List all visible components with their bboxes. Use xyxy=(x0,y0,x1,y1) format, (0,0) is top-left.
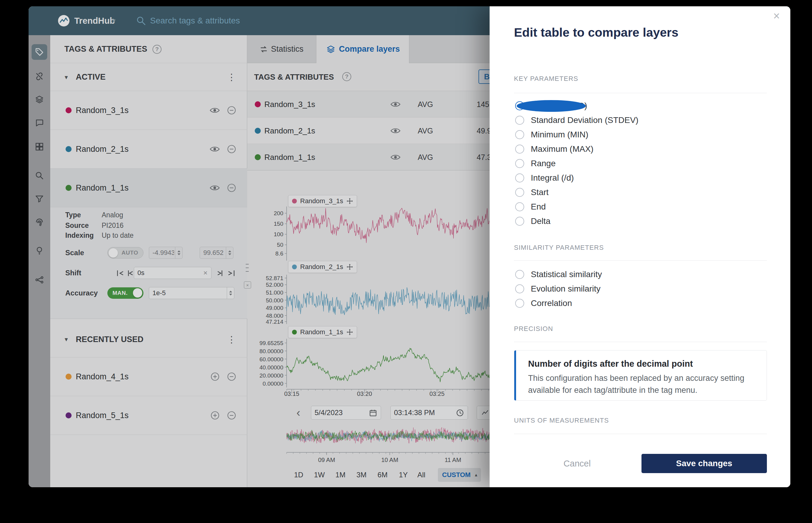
radio-label: Statistical similarity xyxy=(531,270,602,279)
radio-option-start[interactable]: Start xyxy=(515,185,549,200)
radio-option-end[interactable]: End xyxy=(515,200,546,214)
divider xyxy=(514,342,767,342)
radio-label: Maximum (MAX) xyxy=(531,144,593,154)
radio-option-correlation[interactable]: Correlation xyxy=(515,296,572,310)
edit-table-modal: × Edit table to compare layers KEY PARAM… xyxy=(490,6,790,487)
radio-option-max[interactable]: Maximum (MAX) xyxy=(515,142,593,156)
precision-note: Number of digits after the decimal point… xyxy=(514,350,767,401)
radio-label: Range xyxy=(531,159,556,168)
radio-label: Correlation xyxy=(531,299,572,308)
divider xyxy=(514,434,767,434)
radio-icon xyxy=(515,202,524,211)
radio-option-range[interactable]: Range xyxy=(515,156,556,171)
section-label-precision: PRECISION xyxy=(514,325,553,333)
note-title: Number of digits after the decimal point xyxy=(528,359,693,369)
radio-icon xyxy=(515,284,524,293)
radio-icon xyxy=(515,174,524,182)
radio-option-delta[interactable]: Delta xyxy=(515,214,550,229)
radio-icon xyxy=(515,145,524,154)
radio-label: Integral (/d) xyxy=(531,173,574,183)
modal-backdrop xyxy=(29,6,490,487)
radio-label: End xyxy=(531,202,546,212)
section-label-units: UNITS OF MEASUREMENTS xyxy=(514,416,609,425)
radio-icon xyxy=(515,188,524,197)
radio-label: Delta xyxy=(531,216,550,226)
divider xyxy=(514,260,767,260)
radio-label: Standard Deviation (STDEV) xyxy=(531,115,638,125)
radio-icon xyxy=(515,101,524,110)
modal-title: Edit table to compare layers xyxy=(514,25,678,40)
radio-option-statistical-similarity[interactable]: Statistical similarity xyxy=(515,267,602,282)
radio-icon xyxy=(515,116,524,125)
close-icon[interactable]: × xyxy=(770,9,783,22)
radio-label: Evolution similarity xyxy=(531,284,601,294)
save-changes-button[interactable]: Save changes xyxy=(641,454,767,473)
app-window: TrendHub ▾ Search tags & attributes xyxy=(29,6,790,487)
radio-label: Minimum (MIN) xyxy=(531,130,588,140)
section-label-key-parameters: KEY PARAMETERS xyxy=(514,74,578,83)
radio-label: Start xyxy=(531,187,549,197)
radio-option-average[interactable]: Average (AVG) xyxy=(515,98,587,113)
radio-icon xyxy=(515,159,524,168)
section-label-similarity: SIMILARITY PARAMETERS xyxy=(514,244,604,252)
note-body: This configuration has been replaced by … xyxy=(528,372,757,396)
radio-icon xyxy=(515,270,524,279)
radio-icon xyxy=(515,299,524,308)
note-accent-bar xyxy=(514,350,516,401)
radio-option-integral[interactable]: Integral (/d) xyxy=(515,171,574,185)
radio-option-evolution-similarity[interactable]: Evolution similarity xyxy=(515,282,601,296)
radio-option-min[interactable]: Minimum (MIN) xyxy=(515,127,588,142)
divider xyxy=(514,93,767,93)
radio-icon xyxy=(515,130,524,139)
radio-option-stdev[interactable]: Standard Deviation (STDEV) xyxy=(515,113,638,127)
cancel-button[interactable]: Cancel xyxy=(559,454,595,473)
radio-icon xyxy=(515,217,524,226)
